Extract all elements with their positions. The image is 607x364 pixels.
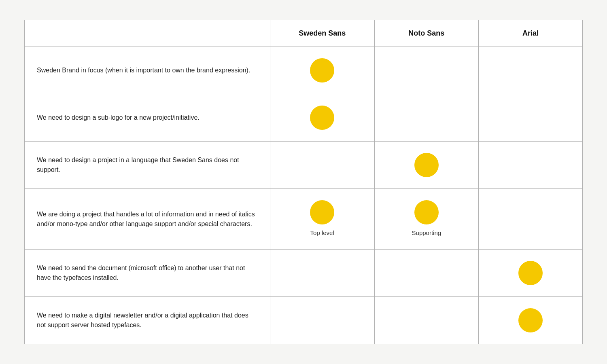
table-row: We are doing a project that handles a lo…: [25, 189, 582, 250]
col-header-description: [25, 20, 270, 47]
dot-container: [282, 106, 362, 130]
table-row: We need to design a sub-logo for a new p…: [25, 94, 582, 142]
dot-cell: [374, 142, 479, 189]
row-description: We need to design a sub-logo for a new p…: [25, 94, 270, 142]
table-row: We need to design a project in a languag…: [25, 142, 582, 189]
row-description: We need to send the document (microsoft …: [25, 249, 270, 296]
dot-cell: [374, 47, 479, 94]
dot-cell: [374, 249, 479, 296]
dot-container: [491, 308, 570, 332]
dot-label: Supporting: [412, 229, 441, 238]
col-header-arial: Arial: [479, 20, 582, 47]
dot-container: Supporting: [387, 200, 467, 238]
dot-container: Top level: [282, 200, 362, 238]
selection-dot: [414, 200, 439, 224]
dot-container: [387, 153, 467, 177]
table-row: We need to make a digital newsletter and…: [25, 296, 582, 344]
selection-dot: [414, 153, 439, 177]
row-description: We need to design a project in a languag…: [25, 142, 270, 189]
dot-label: Top level: [310, 229, 334, 238]
dot-cell: [374, 296, 479, 344]
font-selection-table: Sweden Sans Noto Sans Arial Sweden Brand…: [24, 20, 583, 344]
selection-dot: [310, 106, 334, 130]
dot-cell: [270, 296, 374, 344]
col-header-noto-sans: Noto Sans: [374, 20, 479, 47]
dot-cell: Top level: [270, 189, 374, 250]
selection-dot: [310, 200, 334, 224]
table-header-row: Sweden Sans Noto Sans Arial: [25, 20, 582, 47]
dot-cell: [479, 296, 582, 344]
row-description: We need to make a digital newsletter and…: [25, 296, 270, 344]
dot-cell: [270, 142, 374, 189]
dot-cell: [270, 94, 374, 142]
selection-dot: [310, 58, 334, 83]
dot-cell: [374, 94, 479, 142]
table-row: We need to send the document (microsoft …: [25, 249, 582, 296]
dot-cell: [479, 189, 582, 250]
dot-cell: [479, 249, 582, 296]
dot-cell: [270, 47, 374, 94]
dot-cell: [479, 142, 582, 189]
col-header-sweden-sans: Sweden Sans: [270, 20, 374, 47]
dot-cell: [479, 47, 582, 94]
selection-dot: [518, 308, 543, 332]
table-row: Sweden Brand in focus (when it is import…: [25, 47, 582, 94]
dot-container: [491, 261, 570, 285]
selection-dot: [518, 261, 543, 285]
row-description: We are doing a project that handles a lo…: [25, 189, 270, 250]
dot-container: [282, 58, 362, 83]
dot-cell: Supporting: [374, 189, 479, 250]
dot-cell: [270, 249, 374, 296]
dot-cell: [479, 94, 582, 142]
row-description: Sweden Brand in focus (when it is import…: [25, 47, 270, 94]
